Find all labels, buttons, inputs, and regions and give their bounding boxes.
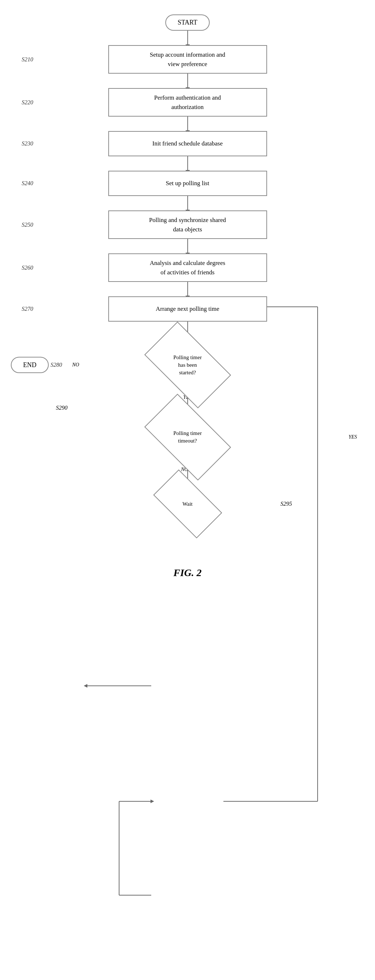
start-oval: START [165,14,209,31]
diamond-s280: Polling timerhas beenstarted? [148,340,227,390]
step-s260-row: S260 Analysis and calculate degreesof ac… [0,253,375,282]
figure-label: FIG. 2 [173,567,202,579]
step-s280-row: S280 Polling timerhas beenstarted? NO YE… [0,340,375,390]
label-s210: S210 [22,56,33,63]
step-s270-row: S270 Arrange next polling time [0,296,375,321]
box-s260: Analysis and calculate degreesof activit… [108,253,267,282]
box-s250: Polling and synchronize shareddata objec… [108,210,267,239]
diagram-container: START S210 Setup account information and… [0,0,375,980]
box-s230: Init friend schedule database [108,131,267,156]
label-s280: S280 [51,362,62,368]
label-s270: S270 [22,306,33,312]
box-s240: Set up polling list [108,171,267,196]
label-s295: S295 [280,501,292,507]
s280-no-label: NO [72,362,79,368]
arrow-4 [188,156,188,171]
diamond-s280-text: Polling timerhas beenstarted? [170,354,205,377]
s290-yes-label: YES [349,434,357,440]
label-s240: S240 [22,180,33,187]
svg-marker-5 [84,684,87,687]
label-s220: S220 [22,99,33,106]
end-oval: END [11,357,49,373]
box-s270-text: Arrange next polling time [156,304,219,314]
step-s220-row: S220 Perform authentication andauthoriza… [0,88,375,116]
arrow-7 [188,282,188,296]
step-s290-row: S290 Polling timertimeout? YES NO [0,412,375,462]
step-s240-row: S240 Set up polling list [0,171,375,196]
diamond-s290: Polling timertimeout? [148,412,227,462]
box-s210-text: Setup account information andview prefer… [150,50,225,68]
arrow-1 [188,31,188,45]
step-s295-row: S295 Wait [0,484,375,524]
step-s230-row: S230 Init friend schedule database [0,131,375,156]
box-s270: Arrange next polling time [108,296,267,321]
step-s210-row: S210 Setup account information andview p… [0,45,375,74]
label-s290: S290 [56,405,67,411]
arrow-5 [188,196,188,210]
box-s250-text: Polling and synchronize shareddata objec… [149,215,226,234]
label-s230: S230 [22,140,33,147]
arrow-3 [188,116,188,131]
box-s210: Setup account information andview prefer… [108,45,267,74]
diamond-s295-text: Wait [179,500,196,508]
diamond-s290-text: Polling timertimeout? [170,430,205,445]
box-s240-text: Set up polling list [166,179,209,188]
label-s260: S260 [22,264,33,271]
box-s260-text: Analysis and calculate degreesof activit… [150,258,225,277]
label-s250: S250 [22,222,33,228]
arrow-2 [188,74,188,88]
diamond-s295: Wait [155,484,220,524]
arrow-6 [188,239,188,253]
svg-marker-9 [151,800,154,803]
box-s230-text: Init friend schedule database [152,139,223,148]
box-s220: Perform authentication andauthorization [108,88,267,116]
step-s250-row: S250 Polling and synchronize shareddata … [0,210,375,239]
start-row: START [0,14,375,31]
box-s220-text: Perform authentication andauthorization [154,93,221,111]
